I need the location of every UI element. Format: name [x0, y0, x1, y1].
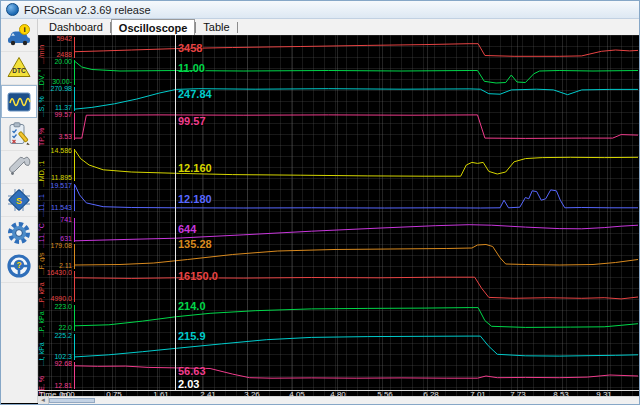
- sidebar-button-vehicle-info[interactable]: i: [1, 19, 37, 52]
- dtc-icon: DTC: [6, 55, 32, 81]
- trace-8: [75, 277, 638, 299]
- traces-layer: [38, 35, 639, 404]
- channel-4-max: 14.586: [46, 147, 72, 155]
- channel-10-axis: [74, 334, 75, 360]
- scroll-left-arrow-icon[interactable]: ◄: [38, 397, 49, 404]
- channel-7-max: 179.08: [46, 242, 72, 250]
- trace-10: [75, 336, 638, 357]
- channel-3-axis: [74, 113, 75, 140]
- trace-11: [75, 366, 638, 378]
- channel-5-min: 11.543: [46, 204, 72, 212]
- channel-5-value: 12.180: [178, 193, 212, 205]
- channel-3-value: 99.57: [178, 115, 206, 127]
- channel-3-min: 3.53: [46, 133, 72, 141]
- oscilloscope-chart[interactable]: 59422488.../min345820.00-30.00...DV, °11…: [38, 35, 639, 404]
- tab-table[interactable]: Table: [196, 19, 236, 35]
- channel-8-max: 16430.0: [46, 269, 72, 277]
- trace-3: [75, 115, 638, 138]
- svg-text:?: ?: [16, 260, 21, 270]
- channel-9-axis: [74, 305, 75, 331]
- cursor-line[interactable]: [175, 35, 176, 390]
- channel-2-axis: [74, 87, 75, 111]
- sidebar-button-about[interactable]: ?: [1, 250, 37, 283]
- chip-icon: S: [6, 187, 32, 213]
- channel-5-axis: [74, 184, 75, 211]
- tab-dashboard[interactable]: Dashboard: [42, 19, 110, 35]
- cursor-time-value: 2.03: [178, 378, 199, 390]
- channel-7-value: 135.28: [178, 238, 212, 250]
- trace-4: [75, 150, 638, 176]
- channel-6-value: 644: [178, 223, 196, 235]
- tab-bar: Dashboard Oscilloscope Table: [38, 19, 639, 35]
- sidebar-button-service[interactable]: [1, 151, 37, 184]
- channel-3-unit: TP, %: [38, 109, 45, 146]
- gear-icon: [6, 220, 32, 246]
- channel-1-max: 20.00: [46, 58, 72, 66]
- trace-1: [75, 62, 638, 84]
- channel-2-value: 247.84: [178, 88, 212, 100]
- channel-8-min: 4990.0: [46, 295, 72, 303]
- sidebar-button-settings[interactable]: [1, 217, 37, 250]
- trace-2: [75, 89, 638, 109]
- horizontal-scrollbar[interactable]: ◄: [38, 396, 639, 404]
- channel-10-max: 225.2: [46, 332, 72, 340]
- channel-4-min: 11.895: [46, 174, 72, 182]
- channel-11-axis: [74, 362, 75, 389]
- channel-0-max: 5942: [46, 35, 72, 43]
- vehicle-info-icon: i: [6, 22, 32, 48]
- channel-9-max: 223.0: [46, 303, 72, 311]
- channel-11-value: 56.63: [178, 365, 206, 377]
- trace-5: [75, 185, 638, 208]
- channel-9-min: 22.0: [46, 324, 72, 332]
- app-icon: [6, 3, 19, 16]
- channel-11-min: 12.81: [46, 382, 72, 390]
- svg-text:S: S: [16, 196, 22, 206]
- channel-5-unit: ...11, :1: [38, 180, 45, 217]
- channel-0-axis: [74, 37, 75, 58]
- oscilloscope-icon: [6, 89, 32, 115]
- channel-11-max: 92.68: [46, 360, 72, 368]
- sidebar-button-dtc[interactable]: DTC: [1, 52, 37, 85]
- window-title: FORScan v2.3.69 release: [24, 4, 151, 16]
- sidebar-button-tests[interactable]: [1, 118, 37, 151]
- channel-4-axis: [74, 149, 75, 181]
- channel-8-value: 16150.0: [178, 270, 218, 282]
- channel-7-axis: [74, 244, 75, 269]
- tests-clipboard-icon: [6, 121, 32, 147]
- svg-text:DTC: DTC: [12, 67, 26, 74]
- channel-9-value: 214.0: [178, 300, 206, 312]
- channel-0-value: 3458: [178, 42, 202, 54]
- sidebar: i DTC: [1, 19, 38, 403]
- channel-5-max: 19.517: [46, 182, 72, 190]
- svg-text:i: i: [23, 25, 25, 34]
- wrench-icon: [6, 154, 32, 180]
- tab-separator: [237, 22, 238, 33]
- trace-9: [75, 308, 638, 328]
- tab-oscilloscope[interactable]: Oscilloscope: [111, 19, 195, 35]
- channel-1-value: 11.00: [178, 62, 205, 74]
- app-window: FORScan v2.3.69 release i DTC: [0, 0, 640, 405]
- trace-6: [75, 225, 638, 241]
- steering-wheel-help-icon: ?: [6, 253, 32, 279]
- channel-6-axis: [74, 218, 75, 242]
- scroll-thumb[interactable]: [49, 398, 95, 403]
- channel-6-max: 741: [46, 216, 72, 224]
- trace-7: [75, 245, 638, 266]
- trace-0: [75, 44, 638, 57]
- sidebar-button-oscilloscope[interactable]: [1, 85, 37, 118]
- channel-8-axis: [74, 271, 75, 302]
- channel-3-max: 99.57: [46, 111, 72, 119]
- title-bar[interactable]: FORScan v2.3.69 release: [1, 1, 639, 19]
- channel-1-axis: [74, 60, 75, 85]
- channel-10-value: 215.9: [178, 330, 206, 342]
- sidebar-button-configuration[interactable]: S: [1, 184, 37, 217]
- channel-4-value: 12.160: [178, 162, 212, 174]
- channel-2-max: 270.98: [46, 85, 72, 93]
